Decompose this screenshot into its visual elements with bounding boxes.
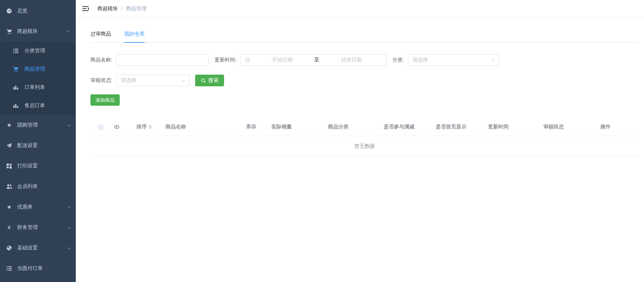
sidebar-item-delivery-settings[interactable]: 配送设置 (0, 135, 76, 156)
category-label: 分类: (392, 57, 404, 63)
main-area: 商超模块 / 商品管理 过审商品 我的仓库 商品名称: 更新时间: (76, 0, 644, 282)
sidebar-item-category-management[interactable]: 分类管理 (0, 42, 76, 60)
sidebar-item-product-management[interactable]: 商品管理 (0, 60, 76, 78)
product-name-label: 商品名称: (90, 57, 112, 63)
audit-status-placeholder: 请选择 (121, 77, 136, 84)
sidebar-item-label: 团购管理 (17, 122, 67, 128)
column-header-sort-label: 排序 (137, 124, 147, 129)
select-all-header (90, 118, 111, 136)
date-range-separator: 至 (313, 57, 321, 63)
start-date-placeholder[interactable]: 开始日期 (252, 57, 313, 63)
sidebar-item-group-buy-management[interactable]: ★ 团购管理 (0, 115, 76, 135)
sidebar-item-label: 打印设置 (17, 163, 70, 169)
search-icon (201, 78, 206, 83)
sidebar-item-mall-module[interactable]: 商超模块 (0, 21, 76, 42)
breadcrumb: 商超模块 / 商品管理 (97, 5, 146, 12)
column-header-actual-sales: 实际销量 (268, 118, 324, 136)
sidebar-item-label: 优惠券 (17, 204, 67, 210)
grid-icon (6, 163, 12, 169)
chevron-down-icon (491, 58, 495, 61)
sidebar-item-label: 总览 (17, 8, 70, 14)
tab-my-warehouse[interactable]: 我的仓库 (124, 28, 145, 42)
app-window: 总览 商超模块 分类管理 商品管理 (0, 0, 644, 282)
update-time-range-picker[interactable]: 开始日期 至 结束日期 (240, 54, 387, 66)
menu-fold-icon[interactable] (82, 5, 89, 12)
category-select[interactable]: 请选择 (408, 54, 499, 66)
tab-bar: 过审商品 我的仓库 (90, 28, 639, 43)
clock-icon (245, 57, 250, 63)
sidebar-item-face-to-face-orders[interactable]: 当面付订单 (0, 258, 76, 279)
breadcrumb-separator: / (121, 6, 123, 12)
tab-approved-products[interactable]: 过审商品 (90, 28, 111, 42)
chevron-down-icon (67, 225, 71, 229)
sidebar-item-label: 商品管理 (25, 66, 70, 72)
end-date-placeholder[interactable]: 结束日期 (321, 57, 382, 63)
products-table: ID 排序 商品名称 库存 实际销量 商品分类 是否参与满减 是否首页显示 更新… (90, 118, 639, 157)
sidebar-submenu-mall: 分类管理 商品管理 订单列表 售后订单 (0, 42, 76, 115)
sidebar-item-print-settings[interactable]: 打印设置 (0, 156, 76, 176)
globe-icon (6, 245, 12, 251)
sort-carets-icon[interactable] (149, 123, 152, 131)
column-header-id: ID (111, 118, 133, 136)
column-header-product-name: 商品名称 (162, 118, 242, 136)
empty-state-row: 暂无数据 (90, 136, 639, 157)
bar-chart-icon (13, 84, 19, 90)
dashboard-icon (6, 8, 12, 14)
column-header-homepage-display: 是否首页显示 (432, 118, 484, 136)
add-product-button-label: 添加商品 (96, 97, 115, 104)
users-icon (6, 184, 12, 189)
search-button[interactable]: 搜索 (195, 75, 224, 86)
audit-status-select[interactable]: 请选择 (116, 75, 189, 86)
chevron-down-icon (182, 78, 185, 82)
breadcrumb-item-mall-module[interactable]: 商超模块 (97, 5, 118, 12)
sidebar-item-label: 财务管理 (17, 224, 67, 231)
list-icon (13, 48, 19, 54)
page-content: 过审商品 我的仓库 商品名称: 更新时间: 开始日期 至 结束日期 分类: (76, 18, 644, 157)
chevron-down-icon (67, 205, 71, 208)
yen-icon: ¥ (6, 225, 12, 230)
list-icon (6, 266, 12, 271)
sidebar-item-after-sale-orders[interactable]: 售后订单 (0, 97, 76, 115)
filter-row-2: 审核状态: 请选择 搜索 (90, 75, 639, 86)
chevron-down-icon (67, 123, 71, 127)
audit-status-label: 审核状态: (90, 77, 112, 84)
sidebar-item-label: 商超模块 (17, 28, 67, 35)
product-name-input[interactable] (116, 54, 209, 66)
sidebar-item-label: 当面付订单 (17, 265, 70, 272)
sidebar-item-order-list[interactable]: 订单列表 (0, 78, 76, 97)
sidebar-nav: 总览 商超模块 分类管理 商品管理 (0, 0, 76, 282)
send-icon (6, 143, 12, 148)
topbar: 商超模块 / 商品管理 (76, 0, 644, 18)
empty-state-text: 暂无数据 (90, 136, 639, 157)
add-product-button[interactable]: 添加商品 (90, 94, 120, 106)
sidebar-item-label: 分类管理 (25, 48, 70, 54)
column-header-sort: 排序 (133, 118, 162, 136)
column-header-stock: 库存 (242, 118, 268, 136)
sidebar-item-label: 基础设置 (17, 245, 67, 251)
chevron-down-icon (67, 246, 71, 249)
table-header-row: ID 排序 商品名称 库存 实际销量 商品分类 是否参与满减 是否首页显示 更新… (90, 118, 639, 136)
breadcrumb-item-product-management: 商品管理 (126, 5, 146, 12)
sidebar-item-overview[interactable]: 总览 (0, 1, 76, 21)
filter-row-1: 商品名称: 更新时间: 开始日期 至 结束日期 分类: 请选择 (90, 54, 639, 66)
bar-chart-icon (13, 103, 19, 109)
column-header-product-category: 商品分类 (324, 118, 380, 136)
sidebar-item-coupons[interactable]: ★ 优惠券 (0, 197, 76, 217)
cart-icon (6, 29, 12, 34)
star-icon: ★ (6, 204, 12, 210)
sidebar-item-label: 配送设置 (17, 142, 70, 149)
sidebar-item-label: 会员列表 (17, 183, 70, 190)
sidebar-item-finance-management[interactable]: ¥ 财务管理 (0, 217, 76, 238)
category-placeholder: 请选择 (413, 57, 428, 63)
search-button-label: 搜索 (208, 77, 219, 84)
update-time-label: 更新时间: (215, 57, 237, 63)
column-header-full-reduction: 是否参与满减 (380, 118, 432, 136)
column-header-audit-status: 审核状态 (540, 118, 597, 136)
select-all-checkbox[interactable] (98, 125, 103, 130)
sidebar-item-label: 订单列表 (25, 84, 70, 91)
sidebar-item-basic-settings[interactable]: 基础设置 (0, 238, 76, 258)
sidebar-item-member-list[interactable]: 会员列表 (0, 176, 76, 197)
cart-icon (13, 66, 19, 72)
star-icon: ★ (6, 122, 12, 128)
column-header-actions: 操作 (597, 118, 639, 136)
